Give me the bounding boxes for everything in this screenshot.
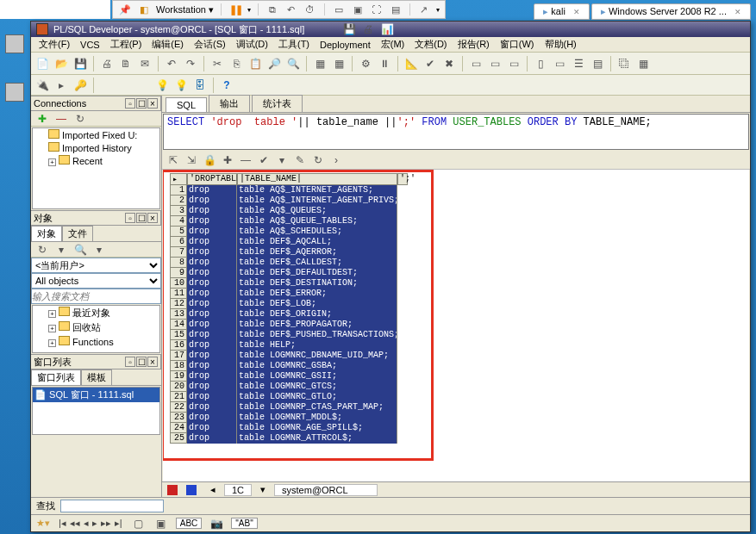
cut-icon[interactable]: ✂ [209, 56, 225, 71]
layout3-icon[interactable]: ☰ [571, 56, 586, 71]
current-user-dropdown[interactable]: <当前用户> [31, 258, 161, 273]
print-result-icon[interactable]: 🖨 [360, 22, 376, 37]
window-list[interactable]: 📄 SQL 窗口 - 1111.sql [32, 387, 160, 435]
explain-icon[interactable]: ▭ [506, 56, 522, 71]
view-icon[interactable]: ▭ [332, 3, 346, 16]
table-row[interactable]: 19droptable LOGMNRC_GSII; [170, 371, 408, 382]
panel-undock-icon[interactable]: ☐ [136, 98, 147, 109]
result-del-icon[interactable]: — [238, 152, 253, 168]
winlist-tab-windows[interactable]: 窗口列表 [31, 369, 81, 385]
panel-undock-icon[interactable]: ☐ [136, 213, 147, 223]
save-icon[interactable]: 💾 [72, 56, 88, 71]
new-icon[interactable]: 📄 [34, 56, 50, 71]
commit-icon[interactable]: ✔ [422, 56, 438, 71]
table-row[interactable]: 20droptable LOGMNRC_GTCS; [170, 382, 408, 392]
result-add-icon[interactable]: ✚ [220, 152, 235, 168]
grid-col-droptable[interactable]: 'DROPTABLE' [187, 173, 237, 185]
grid-col-tablename[interactable]: |TABLE_NAME| [237, 173, 397, 185]
table-row[interactable]: 16droptable HELP; [170, 340, 408, 351]
result-more-icon[interactable]: › [328, 152, 344, 168]
table-row[interactable]: 9droptable DEF$_DEFAULTDEST; [170, 268, 408, 278]
results-grid[interactable]: ▸ 'DROPTABLE' |TABLE_NAME| ';' 1droptabl… [170, 173, 408, 444]
panel-close-icon[interactable]: × [147, 357, 158, 367]
tab-winserver[interactable]: ▸ Windows Server 2008 R2 ... ✕ [591, 3, 751, 20]
redo-icon[interactable]: ↷ [183, 56, 198, 71]
key-icon[interactable]: 🔑 [72, 78, 88, 93]
star-icon[interactable]: ★▾ [36, 518, 50, 529]
add-conn-icon[interactable]: ✚ [34, 111, 50, 127]
open-icon[interactable]: 📂 [53, 56, 69, 71]
menu-debug[interactable]: 调试(D) [232, 37, 272, 52]
bin2-icon[interactable]: 🔍 [285, 56, 301, 71]
table-row[interactable]: 21droptable LOGMNRC_GTLO; [170, 392, 408, 402]
camera-icon[interactable]: 📷 [209, 516, 224, 531]
table-row[interactable]: 11droptable DEF$_ERROR; [170, 289, 408, 299]
revert-icon[interactable]: ↶ [284, 3, 298, 16]
pin-icon[interactable]: 📌 [118, 3, 132, 16]
table-row[interactable]: 14droptable DEF$_PROPAGATOR; [170, 320, 408, 330]
del-conn-icon[interactable]: — [53, 111, 69, 127]
search-input[interactable] [31, 289, 161, 304]
table-row[interactable]: 23droptable LOGMNRT_MDDL$; [170, 413, 408, 423]
arrowr-icon[interactable]: ▸ [53, 78, 69, 93]
obj-dd-icon[interactable]: ▾ [91, 242, 107, 258]
find-input[interactable] [60, 500, 164, 512]
copy-icon[interactable]: ⎘ [228, 56, 244, 71]
home-icon[interactable]: ◧ [137, 3, 151, 16]
layout1-icon[interactable]: ▯ [533, 56, 548, 71]
menu-report[interactable]: 报告(R) [453, 37, 494, 52]
result-refresh-icon[interactable]: ↻ [310, 152, 326, 168]
table-row[interactable]: 6droptable DEF$_AQCALL; [170, 237, 408, 247]
obj-filter-icon[interactable]: ▾ [53, 242, 69, 258]
desktop-icon[interactable] [3, 34, 26, 69]
connect-icon[interactable]: 🔌 [34, 78, 50, 93]
desktop-icon[interactable] [3, 83, 26, 117]
objwin-icon[interactable]: ▭ [468, 56, 484, 71]
panel-pin-icon[interactable]: ▫ [125, 213, 135, 223]
fullscreen-icon[interactable]: ⛶ [370, 3, 384, 16]
panel-undock-icon[interactable]: ☐ [136, 357, 147, 367]
table-row[interactable]: 24droptable LOGMNR_AGE_SPILL$; [170, 423, 408, 433]
menu-macro[interactable]: 宏(M) [377, 37, 409, 52]
break-icon[interactable]: ⏸ [377, 56, 392, 71]
objects-tree[interactable]: +最近对象 +回收站 +Functions [32, 305, 160, 353]
unity-icon[interactable]: ▤ [389, 3, 403, 16]
cascade-icon[interactable]: ⿻ [616, 56, 632, 71]
panel-close-icon[interactable]: × [147, 98, 158, 109]
print2-icon[interactable]: 🗎 [118, 56, 134, 71]
result-filter-icon[interactable]: ▾ [274, 152, 290, 168]
all-objects-dropdown[interactable]: All objects [31, 273, 161, 289]
table-row[interactable]: 12droptable DEF$_LOB; [170, 299, 408, 309]
table-row[interactable]: 3droptable AQ$_QUEUES; [170, 206, 408, 216]
findnext-icon[interactable]: ▦ [331, 56, 347, 71]
paste-icon[interactable]: 📋 [247, 56, 263, 71]
tab-sql[interactable]: SQL [166, 97, 207, 112]
light2-icon[interactable]: 💡 [173, 78, 189, 93]
result-nav2-icon[interactable]: ⇲ [184, 152, 199, 168]
grid-col-semi[interactable]: ';' [397, 173, 408, 185]
table-row[interactable]: 18droptable LOGMNRC_GSBA; [170, 361, 408, 371]
print-icon[interactable]: 🖨 [99, 56, 115, 71]
toggle1-icon[interactable]: ▢ [131, 516, 147, 531]
workstation-menu[interactable]: Workstation ▾ [156, 4, 214, 16]
result-commit-icon[interactable]: ✔ [256, 152, 272, 168]
table-row[interactable]: 10droptable DEF$_DESTINATION; [170, 278, 408, 289]
toggle2-icon[interactable]: ▣ [153, 516, 169, 531]
close-icon[interactable]: ✕ [573, 8, 580, 16]
menu-project[interactable]: 工程(P) [106, 37, 147, 52]
table-row[interactable]: 5droptable AQ$_SCHEDULES; [170, 227, 408, 237]
sql-editor[interactable]: SELECT 'drop table '|| table_name ||';' … [163, 114, 749, 150]
result-nav1-icon[interactable]: ⇱ [166, 152, 181, 168]
obj-tab-files[interactable]: 文件 [62, 226, 93, 241]
result-lock-icon[interactable]: 🔒 [202, 152, 217, 168]
menu-document[interactable]: 文档(D) [410, 37, 451, 52]
menu-file[interactable]: 文件(F) [34, 37, 74, 52]
menu-edit[interactable]: 编辑(E) [147, 37, 188, 52]
nav-arrows[interactable]: |◂◂◂◂▸▸▸▸| [57, 518, 124, 529]
obj-find-icon[interactable]: 🔍 [72, 242, 88, 258]
menu-session[interactable]: 会话(S) [190, 37, 230, 52]
result-edit-icon[interactable]: ✎ [292, 152, 308, 168]
tile-icon[interactable]: ▦ [635, 56, 651, 71]
panel-pin-icon[interactable]: ▫ [125, 98, 135, 109]
panel-pin-icon[interactable]: ▫ [125, 357, 135, 367]
